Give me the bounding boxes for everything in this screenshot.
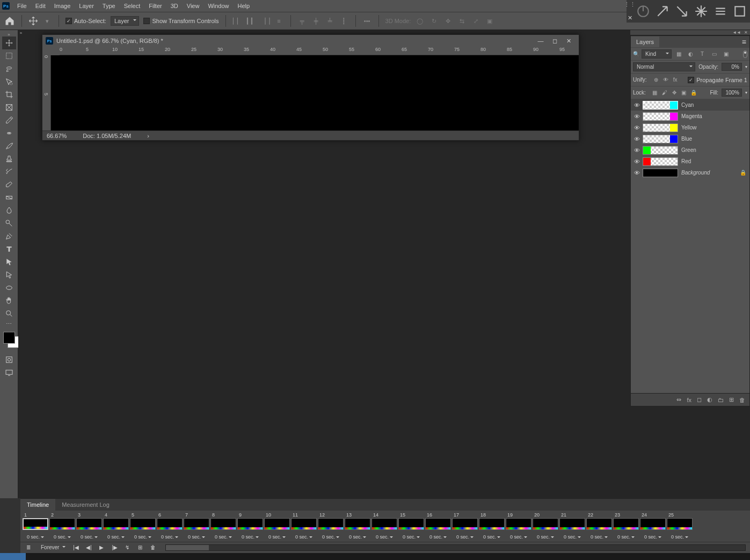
layer-name[interactable]: Red: [681, 158, 691, 164]
collapse-handle[interactable]: ⋮⋮✕: [627, 0, 633, 23]
layers-tab[interactable]: Layers: [631, 37, 659, 47]
new-layer-icon[interactable]: ⊞: [729, 396, 734, 403]
visibility-icon[interactable]: 👁: [631, 147, 643, 154]
menu-edit[interactable]: Edit: [31, 1, 50, 11]
frame-thumbnail[interactable]: [613, 518, 639, 530]
lock-artboard-icon[interactable]: ▣: [680, 89, 688, 97]
link-layers-icon[interactable]: ⇔: [676, 396, 681, 403]
align-left-icon[interactable]: ▏▏: [232, 16, 242, 26]
layer-fx-icon[interactable]: fx: [687, 397, 691, 403]
document-titlebar[interactable]: Ps Untitled-1.psd @ 66.7% (Cyan, RGB/8) …: [42, 35, 579, 47]
timeline-frame[interactable]: 10 sec.: [23, 512, 48, 541]
layer-name[interactable]: Blue: [681, 136, 692, 142]
minimize-icon[interactable]: —: [534, 36, 548, 46]
frame-delay[interactable]: 0 sec.: [613, 533, 639, 541]
tools-expand-icon[interactable]: »: [0, 32, 18, 37]
unify-style-icon[interactable]: fx: [672, 76, 679, 84]
collapse-left-icon[interactable]: ◄◄: [732, 30, 741, 35]
menu-3d[interactable]: 3D: [166, 1, 183, 11]
lock-all-icon[interactable]: 🔒: [690, 89, 697, 97]
autoselect-checkbox[interactable]: Auto-Select:: [65, 18, 106, 24]
frame-delay[interactable]: 0 sec.: [559, 533, 585, 541]
panel-menu-icon[interactable]: ≡: [739, 38, 749, 46]
lock-pixels-icon[interactable]: 🖌: [661, 89, 668, 97]
timeline-frame[interactable]: 220 sec.: [586, 512, 612, 541]
maximize-icon[interactable]: ◻: [548, 36, 562, 46]
frame-delay[interactable]: 0 sec.: [264, 533, 290, 541]
menu-file[interactable]: File: [13, 1, 31, 11]
frame-delay[interactable]: 0 sec.: [103, 533, 129, 541]
frame-thumbnail[interactable]: [184, 518, 209, 530]
layer-name[interactable]: Background: [681, 170, 710, 176]
home-icon[interactable]: [4, 16, 15, 26]
healing-tool-icon[interactable]: [2, 127, 16, 140]
delete-layer-icon[interactable]: 🗑: [739, 397, 745, 403]
timeline-frame[interactable]: 60 sec.: [157, 512, 183, 541]
frame-delay[interactable]: 0 sec.: [533, 533, 558, 541]
frame-delay[interactable]: 0 sec.: [76, 533, 102, 541]
delete-frame-icon[interactable]: 🗑: [149, 544, 157, 551]
tool-preset-dropdown-icon[interactable]: ▾: [42, 16, 52, 26]
menu-window[interactable]: Window: [203, 1, 233, 11]
frame-delay[interactable]: 0 sec.: [291, 533, 317, 541]
timeline-frame[interactable]: 230 sec.: [613, 512, 639, 541]
filter-pixel-icon[interactable]: ▦: [674, 49, 683, 59]
close-icon[interactable]: ✕: [562, 36, 576, 46]
blend-mode-select[interactable]: Normal: [633, 62, 695, 71]
frame-thumbnail[interactable]: [345, 518, 370, 530]
panel-close-icon[interactable]: ✕: [744, 30, 748, 35]
ruler-vertical[interactable]: 05: [42, 55, 51, 130]
frame-delay[interactable]: 0 sec.: [237, 533, 263, 541]
eyedropper-tool-icon[interactable]: [2, 114, 16, 127]
more-options-icon[interactable]: •••: [362, 16, 372, 26]
first-frame-icon[interactable]: |◀: [72, 544, 79, 551]
frame-thumbnail[interactable]: [103, 518, 129, 530]
frame-thumbnail[interactable]: [479, 518, 505, 530]
menu-image[interactable]: Image: [50, 1, 75, 11]
frame-thumbnail[interactable]: [372, 518, 397, 530]
history-brush-tool-icon[interactable]: [2, 165, 16, 178]
visibility-icon[interactable]: 👁: [631, 102, 643, 108]
lock-transparent-icon[interactable]: ▦: [651, 89, 659, 97]
lock-position-icon[interactable]: ✥: [671, 89, 678, 97]
frame-thumbnail[interactable]: [398, 518, 424, 530]
frame-delay[interactable]: 0 sec.: [452, 533, 478, 541]
frame-thumbnail[interactable]: [667, 518, 693, 530]
layer-name[interactable]: Cyan: [681, 102, 694, 108]
frame-thumbnail[interactable]: [264, 518, 290, 530]
menu-view[interactable]: View: [183, 1, 204, 11]
layer-thumbnail[interactable]: [643, 112, 678, 121]
power-icon[interactable]: [636, 4, 650, 18]
frame-delay[interactable]: 0 sec.: [506, 533, 531, 541]
align-top-icon[interactable]: ╤: [297, 16, 307, 26]
zoom-tool-icon[interactable]: [2, 307, 16, 320]
frame-delay[interactable]: 0 sec.: [586, 533, 612, 541]
canvas[interactable]: [51, 55, 579, 130]
marquee-tool-icon[interactable]: [2, 49, 16, 62]
frame-delay[interactable]: 0 sec.: [345, 533, 370, 541]
timeline-tab[interactable]: Timeline: [20, 499, 55, 511]
layer-row[interactable]: 👁Yellow: [631, 122, 749, 133]
filter-toggle[interactable]: [743, 50, 747, 58]
timeline-frame[interactable]: 20 sec.: [49, 512, 75, 541]
frame-delay[interactable]: 0 sec.: [667, 533, 693, 541]
frame-thumbnail[interactable]: [425, 518, 451, 530]
timeline-frame[interactable]: 120 sec.: [318, 512, 344, 541]
quick-select-tool-icon[interactable]: [2, 75, 16, 88]
frame-delay[interactable]: 0 sec.: [130, 533, 156, 541]
play-icon[interactable]: ▶: [98, 544, 105, 551]
loop-select[interactable]: Forever: [38, 543, 67, 551]
blur-tool-icon[interactable]: [2, 204, 16, 217]
tween-icon[interactable]: ↯: [123, 544, 131, 551]
screenmode-icon[interactable]: [2, 366, 16, 379]
next-frame-icon[interactable]: |▶: [111, 544, 118, 551]
timeline-frame[interactable]: 170 sec.: [452, 512, 478, 541]
os-taskbar[interactable]: [0, 553, 750, 560]
type-tool-icon[interactable]: [2, 243, 16, 256]
frame-thumbnail[interactable]: [506, 518, 531, 530]
docarea-expand-icon[interactable]: »: [18, 30, 24, 35]
frame-thumbnail[interactable]: [559, 518, 585, 530]
layer-thumbnail[interactable]: [643, 123, 678, 132]
brush-tool-icon[interactable]: [2, 140, 16, 152]
frame-delay[interactable]: 0 sec.: [49, 533, 75, 541]
